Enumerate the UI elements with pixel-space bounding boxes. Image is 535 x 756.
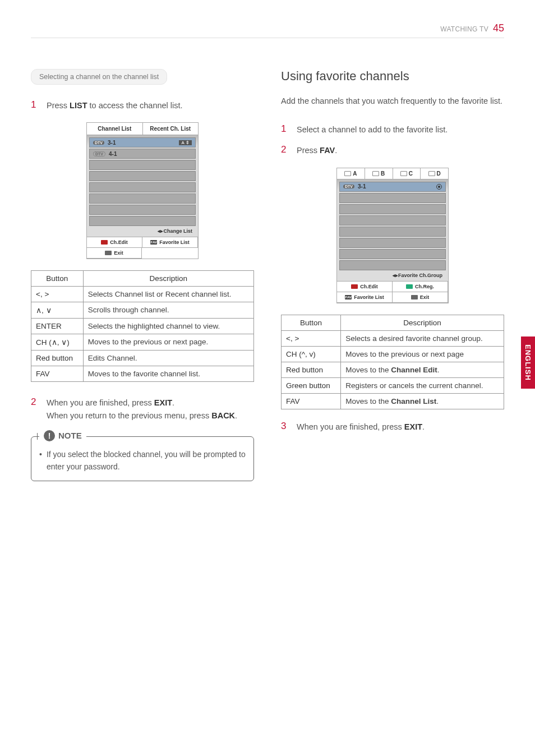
header-page-number: 45 bbox=[493, 22, 504, 34]
favorite-list-button[interactable]: FAVFavorite List bbox=[142, 237, 198, 248]
table-row: ∧, ∨Scrolls through channel. bbox=[31, 302, 254, 319]
table-head-description: Description bbox=[341, 315, 504, 330]
exit-chip-icon bbox=[105, 251, 112, 255]
channel-row[interactable] bbox=[339, 260, 446, 270]
channel-row[interactable] bbox=[89, 160, 196, 170]
channel-row[interactable] bbox=[339, 227, 446, 237]
fav-tab[interactable]: D bbox=[421, 168, 448, 179]
ch-edit-button[interactable]: Ch.Edit bbox=[86, 237, 142, 248]
fav-chip-icon: FAV bbox=[345, 295, 352, 299]
channel-row[interactable] bbox=[339, 215, 446, 225]
section-pill: Selecting a channel on the channel list bbox=[31, 69, 167, 85]
exit-chip-icon bbox=[411, 295, 418, 299]
channel-row[interactable] bbox=[339, 204, 446, 214]
table-head-description: Description bbox=[83, 271, 253, 287]
channel-row[interactable] bbox=[339, 238, 446, 248]
panel-caption: ◂▸Favorite Ch.Group bbox=[339, 271, 446, 279]
note-tick bbox=[37, 433, 38, 440]
folder-icon bbox=[400, 171, 407, 176]
right-heading: Using favorite channels bbox=[281, 69, 504, 84]
folder-icon bbox=[428, 171, 435, 176]
left-step-1: 1 Press LIST to access the channel list. bbox=[31, 99, 254, 112]
right-column: Using favorite channels Add the channels… bbox=[281, 69, 504, 481]
channel-row[interactable] bbox=[89, 216, 196, 226]
step-number: 1 bbox=[281, 123, 289, 136]
channel-row[interactable] bbox=[339, 193, 446, 203]
channel-row[interactable] bbox=[89, 205, 196, 215]
table-row: CH (∧, ∨)Moves to the previous or next p… bbox=[31, 334, 254, 351]
table-row: <, >Selects Channel list or Recent chann… bbox=[31, 287, 254, 302]
left-column: Selecting a channel on the channel list … bbox=[31, 69, 254, 481]
right-step-2: 2 Press FAV. bbox=[281, 144, 504, 157]
channel-number: 4-1 bbox=[109, 151, 117, 157]
header-section: WATCHING TV bbox=[440, 25, 488, 33]
step-number: 2 bbox=[281, 144, 289, 157]
step-text: Press bbox=[47, 101, 70, 110]
favorite-list-button[interactable]: FAVFavorite List bbox=[336, 292, 393, 303]
exit-button[interactable]: Exit bbox=[86, 247, 142, 259]
dtv-badge: DTV bbox=[343, 185, 354, 188]
right-step-1: 1 Select a channel to add to the favorit… bbox=[281, 123, 504, 136]
language-tab[interactable]: ENGLISH bbox=[521, 336, 535, 389]
step-number: 1 bbox=[31, 99, 39, 112]
note-title: ! NOTE bbox=[39, 430, 86, 441]
table-row: Green buttonRegisters or cancels the cur… bbox=[282, 377, 504, 393]
channel-row[interactable]: DTV 3-1 A ⇕ bbox=[89, 137, 196, 147]
channel-number: 3-1 bbox=[108, 140, 116, 146]
channel-row[interactable]: DTV 4-1 bbox=[89, 149, 196, 159]
fav-tab[interactable]: C bbox=[393, 168, 421, 179]
table-row: Red buttonMoves to the Channel Edit. bbox=[282, 362, 504, 377]
favorite-panel: A B C D DTV 3-1 bbox=[336, 168, 449, 303]
ch-reg-button[interactable]: Ch.Reg. bbox=[392, 281, 448, 292]
right-intro: Add the channels that you watch frequent… bbox=[281, 95, 504, 108]
page-header: WATCHING TV 45 bbox=[31, 22, 504, 38]
folder-icon bbox=[344, 171, 351, 176]
green-chip-icon bbox=[406, 284, 413, 289]
left-step-2: 2 When you are finished, press EXIT. Whe… bbox=[31, 397, 254, 422]
fav-tab[interactable]: B bbox=[365, 168, 393, 179]
table-row: <, >Selects a desired favorite channel g… bbox=[282, 330, 504, 346]
radio-icon bbox=[436, 184, 442, 190]
channel-list-panel: Channel List Recent Ch. List DTV 3-1 A ⇕… bbox=[86, 122, 199, 259]
table-head-button: Button bbox=[31, 271, 84, 287]
fav-tab[interactable]: A bbox=[337, 168, 365, 179]
panel-caption: ◂▸Change List bbox=[89, 227, 196, 235]
ch-edit-button[interactable]: Ch.Edit bbox=[336, 281, 393, 292]
table-head-button: Button bbox=[282, 315, 341, 330]
table-row: CH (^, v)Moves to the previous or next p… bbox=[282, 346, 504, 362]
note-icon: ! bbox=[44, 430, 55, 441]
folder-icon bbox=[372, 171, 379, 176]
channel-row[interactable] bbox=[89, 171, 196, 181]
channel-row[interactable] bbox=[89, 193, 196, 204]
table-row: ENTERSelects the highlighted channel to … bbox=[31, 319, 254, 334]
red-chip-icon bbox=[101, 240, 108, 245]
step-number: 2 bbox=[31, 397, 39, 422]
table-row: FAVMoves to the Channel List. bbox=[282, 393, 504, 409]
step-number: 3 bbox=[281, 421, 289, 434]
fav-chip-icon: FAV bbox=[150, 240, 157, 245]
panel-tab[interactable]: Channel List bbox=[87, 123, 143, 135]
channel-row[interactable]: DTV 3-1 bbox=[339, 182, 446, 192]
right-button-table: Button Description <, >Selects a desired… bbox=[281, 315, 504, 409]
note-box: ! NOTE If you select the blocked channel… bbox=[31, 436, 254, 482]
exit-button[interactable]: Exit bbox=[392, 292, 448, 303]
right-step-3: 3 When you are finished, press EXIT. bbox=[281, 421, 504, 434]
channel-row[interactable] bbox=[89, 182, 196, 192]
channel-row[interactable] bbox=[339, 249, 446, 259]
table-row: FAVMoves to the favorite channel list. bbox=[31, 366, 254, 382]
note-body: If you select the blocked channel, you w… bbox=[39, 448, 246, 473]
step-text: to access the channel list. bbox=[87, 101, 183, 110]
dtv-badge: DTV bbox=[93, 151, 105, 156]
panel-tab[interactable]: Recent Ch. List bbox=[143, 123, 199, 135]
red-chip-icon bbox=[351, 284, 358, 289]
step-key: LIST bbox=[70, 101, 87, 110]
channel-number: 3-1 bbox=[358, 183, 366, 190]
dtv-badge: DTV bbox=[93, 141, 104, 145]
table-row: Red buttonEdits Channel. bbox=[31, 351, 254, 366]
left-button-table: Button Description <, >Selects Channel l… bbox=[31, 270, 254, 382]
sort-indicator: A ⇕ bbox=[179, 140, 192, 145]
